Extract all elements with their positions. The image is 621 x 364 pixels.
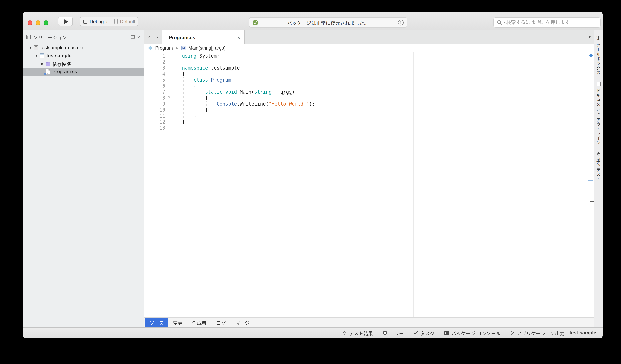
overview-marker — [588, 181, 593, 181]
code-line[interactable]: 13 — [144, 125, 594, 131]
lightning-icon — [342, 331, 347, 335]
rail-item-document-outline[interactable]: ドキュメント アウトライン — [594, 82, 603, 145]
close-icon[interactable]: × — [137, 34, 140, 40]
view-tab-merge[interactable]: マージ — [231, 318, 255, 327]
search-input[interactable] — [506, 20, 597, 25]
sidebar-item-project-testsample[interactable]: ▼ testsample — [23, 52, 144, 60]
chevron-down-icon: ▾ — [503, 21, 505, 24]
status-tasks[interactable]: タスク — [413, 330, 434, 336]
line-number: 8 — [144, 95, 165, 101]
nav-back-button[interactable]: ‹ — [146, 33, 153, 40]
minimize-window-button[interactable] — [36, 20, 40, 25]
tab-close-icon[interactable]: × — [237, 34, 241, 40]
code-line[interactable]: 2 — [144, 59, 594, 65]
status-label: テスト結果 — [349, 330, 373, 336]
tree-label: Program.cs — [52, 69, 77, 74]
solution-pad: ソリューション × ▼ testsample (master) ▼ — [23, 30, 144, 327]
global-search-field[interactable]: ▾ — [493, 17, 601, 28]
status-bar: テスト結果 エラー タスク パッケージ コンソール — [23, 327, 603, 338]
device-icon — [114, 19, 118, 24]
code-line[interactable]: 11 } — [144, 113, 594, 119]
chevron-collapsed-icon[interactable]: ▶ — [40, 62, 45, 66]
play-icon — [64, 19, 68, 24]
code-line[interactable]: 3namespace testsample — [144, 65, 594, 71]
code-line[interactable]: 10 } — [144, 107, 594, 113]
line-number: 4 — [144, 71, 165, 77]
status-application-output[interactable]: アプリケーション出力 - test-sample — [510, 330, 596, 336]
view-tab-authors[interactable]: 作成者 — [188, 318, 211, 327]
run-target-button[interactable]: Default — [111, 17, 138, 26]
chevron-right-icon: › — [106, 19, 108, 24]
file-badge-icon — [44, 73, 46, 75]
method-icon: M — [181, 46, 186, 50]
line-number: 13 — [144, 125, 165, 131]
nav-forward-button[interactable]: › — [154, 33, 160, 40]
run-button[interactable] — [58, 17, 73, 26]
close-window-button[interactable] — [28, 20, 33, 25]
status-errors[interactable]: エラー — [382, 330, 404, 336]
sidebar-item-dependencies[interactable]: ▶ 依存関係 — [23, 60, 144, 67]
error-icon — [382, 331, 387, 335]
code-line[interactable]: 5 class Program — [144, 77, 594, 83]
sidebar-item-solution-testsample-master[interactable]: ▼ testsample (master) — [23, 44, 144, 52]
chevron-expanded-icon[interactable]: ▼ — [28, 46, 33, 50]
code-line[interactable]: 4{ — [144, 71, 594, 77]
ide-window: Debug › Default パッケージは正常に復元されました。 — [23, 12, 603, 338]
line-number: 5 — [144, 77, 165, 83]
view-tab-log[interactable]: ログ — [211, 318, 231, 327]
class-icon — [148, 46, 153, 50]
line-number: 7 — [144, 89, 165, 95]
configuration-icon — [83, 19, 87, 23]
breadcrumb-item-program[interactable]: Program — [148, 46, 173, 50]
breadcrumb-label: Program — [155, 46, 173, 50]
svg-text:{}: {} — [46, 71, 48, 74]
rail-label: ツールボックス — [595, 43, 601, 75]
dependencies-folder-icon — [45, 61, 51, 66]
rail-item-unit-tests[interactable]: 単体テスト — [594, 152, 603, 182]
status-label: パッケージ コンソール — [451, 330, 500, 336]
window-controls — [28, 20, 48, 25]
tree-label: testsample — [46, 53, 71, 58]
code-line[interactable]: 6 { — [144, 83, 594, 89]
code-line[interactable]: 8 { — [144, 95, 594, 101]
solution-pad-header: ソリューション × — [23, 30, 144, 44]
zoom-window-button[interactable] — [44, 20, 48, 25]
tab-list-dropdown-icon[interactable]: ▾ — [588, 35, 591, 39]
breadcrumb-separator-icon: ▶ — [176, 46, 178, 50]
rail-item-toolbox[interactable]: T ツールボックス — [594, 35, 603, 75]
document-outline-icon — [596, 82, 600, 86]
code-editor[interactable]: 1using System;23namespace testsample4{5 … — [144, 52, 594, 317]
code-line[interactable]: 12} — [144, 119, 594, 125]
notification-text: パッケージは正常に復元されました。 — [259, 19, 398, 26]
view-tab-changes[interactable]: 変更 — [168, 318, 188, 327]
check-icon — [413, 331, 418, 335]
chevron-expanded-icon[interactable]: ▼ — [34, 54, 39, 57]
status-label-target: test-sample — [569, 330, 596, 336]
tab-program-cs[interactable]: Program.cs × — [162, 30, 245, 44]
right-pad-rail: T ツールボックス ドキュメント アウトライン 単体テスト — [594, 30, 603, 327]
status-package-console[interactable]: パッケージ コンソール — [444, 330, 500, 336]
tab-title: Program.cs — [169, 34, 237, 40]
line-number: 2 — [144, 59, 165, 65]
play-outline-icon — [510, 331, 515, 335]
code-line[interactable]: 9 Console.WriteLine("Hello World!"); — [144, 101, 594, 107]
dock-icon[interactable] — [131, 35, 135, 39]
console-icon — [444, 331, 449, 335]
line-number: 3 — [144, 65, 165, 71]
view-tab-source[interactable]: ソース — [145, 318, 168, 327]
editor-column: ‹ › Program.cs × ▾ Program ▶ M — [144, 30, 594, 327]
status-test-results[interactable]: テスト結果 — [342, 330, 373, 336]
toolbar: Debug › Default パッケージは正常に復元されました。 — [23, 12, 603, 30]
debug-configuration-button[interactable]: Debug › — [80, 17, 111, 26]
line-number: 6 — [144, 83, 165, 89]
editor-tab-bar: ‹ › Program.cs × ▾ — [144, 30, 594, 44]
code-line[interactable]: 7 static void Main(string[] args) — [144, 89, 594, 95]
breadcrumb-item-main-method[interactable]: M Main(string[] args) — [181, 46, 225, 50]
default-target-label: Default — [120, 19, 135, 24]
code-line[interactable]: 1using System; — [144, 53, 594, 59]
sidebar-item-program-cs[interactable]: {} Program.cs — [23, 67, 144, 76]
status-label: アプリケーション出力 - — [517, 330, 567, 336]
rail-label: 単体テスト — [595, 158, 601, 182]
info-icon[interactable] — [398, 19, 404, 25]
pad-title: ソリューション — [33, 33, 128, 40]
